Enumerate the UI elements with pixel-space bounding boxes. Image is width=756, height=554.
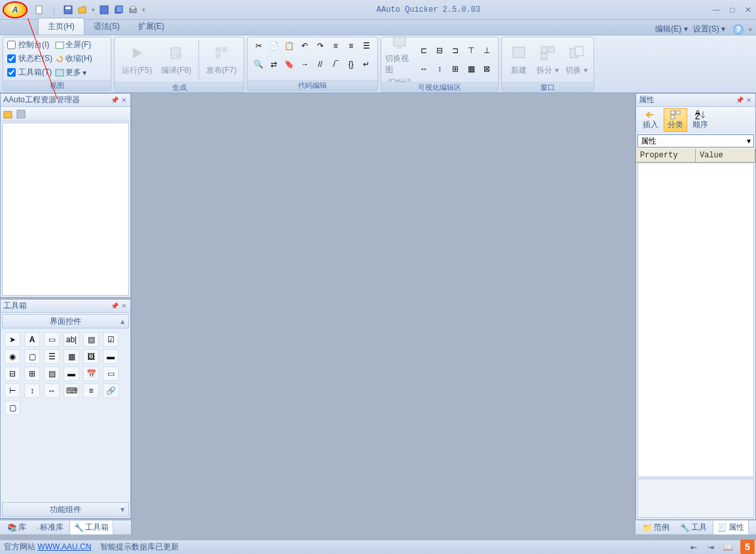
cut-icon[interactable]: ✂: [252, 39, 266, 53]
toolbar-tool[interactable]: ▤: [44, 366, 60, 381]
toolbox-category-ui[interactable]: 界面控件▴: [2, 314, 129, 328]
toolbox-close-icon[interactable]: ✕: [121, 302, 126, 309]
calendar-tool[interactable]: 📅: [83, 366, 99, 381]
grid-icon[interactable]: ▦: [464, 62, 478, 76]
toolbox-pin-icon[interactable]: 📌: [111, 302, 119, 309]
hotkey-tool[interactable]: ⌨: [64, 384, 79, 398]
align-bottom-icon[interactable]: ⊥: [480, 43, 494, 58]
props-pin-icon[interactable]: 📌: [736, 96, 744, 104]
sidetab-toolbox[interactable]: 🔧工具箱: [69, 520, 113, 535]
tree-tool[interactable]: ⊞: [24, 366, 40, 381]
spin-tool[interactable]: ↕: [24, 384, 40, 398]
progress-tool[interactable]: ▬: [103, 349, 119, 364]
new-window-button[interactable]: 新建: [506, 39, 532, 81]
replace-icon[interactable]: ⇄: [267, 57, 282, 71]
status-nav-fwd-icon[interactable]: ⇥: [704, 540, 718, 555]
link-tool[interactable]: 🔗: [103, 384, 119, 398]
new-file-icon[interactable]: [34, 5, 45, 15]
props-object-dropdown[interactable]: 属性▾: [637, 134, 754, 148]
radio-tool[interactable]: ◉: [5, 349, 20, 364]
sidetab-example[interactable]: 📁范例: [638, 520, 674, 535]
status-nav-back-icon[interactable]: ⇤: [687, 540, 701, 555]
toolbox-category-func[interactable]: 功能组件▾: [2, 502, 129, 517]
minimize-button[interactable]: —: [711, 5, 722, 15]
sidetab-lib[interactable]: 📚库: [3, 520, 31, 535]
uncomment-icon[interactable]: /‾: [329, 57, 343, 71]
split-window-button[interactable]: 拆分 ▾: [535, 39, 561, 81]
picture-tool[interactable]: 🖼: [83, 349, 99, 364]
checkbox-tool[interactable]: ☑: [103, 332, 119, 347]
groupbox-tool[interactable]: ▢: [24, 349, 40, 364]
editor-area[interactable]: [131, 93, 635, 534]
sidetab-stdlib[interactable]: ·标准库: [32, 520, 68, 535]
align-right-icon[interactable]: ⊐: [448, 43, 463, 58]
edit-menu[interactable]: 编辑(E) ▾: [655, 24, 687, 35]
sidetab-props[interactable]: 🧾属性: [713, 520, 749, 535]
listbox-tool[interactable]: ☰: [44, 349, 60, 364]
props-category-button[interactable]: 分类: [664, 108, 687, 132]
switch-window-button[interactable]: 切换 ▾: [563, 39, 590, 81]
print-icon[interactable]: [128, 5, 138, 15]
app-menu-button[interactable]: A: [3, 1, 28, 18]
status-book-icon[interactable]: 📖: [721, 540, 735, 555]
panel-close-icon[interactable]: ✕: [121, 96, 126, 104]
align-center-icon[interactable]: ⊟: [432, 43, 447, 58]
comment-icon[interactable]: //: [313, 57, 328, 71]
props-sort-button[interactable]: AZ 顺序: [689, 108, 712, 132]
bookmark-icon[interactable]: 🔖: [282, 57, 297, 71]
wrap-icon[interactable]: ↵: [360, 57, 374, 71]
maximize-button[interactable]: □: [727, 5, 738, 15]
export-icon[interactable]: [113, 5, 124, 15]
indent-right-icon[interactable]: ≡: [344, 39, 358, 53]
list-icon[interactable]: ☰: [360, 39, 374, 53]
richedit-tool[interactable]: ≡: [83, 384, 99, 398]
copy-icon[interactable]: 📄: [267, 39, 282, 53]
same-height-icon[interactable]: ↕: [432, 62, 447, 76]
save-project-icon[interactable]: [16, 109, 26, 119]
panel-tool[interactable]: ▢: [5, 401, 20, 415]
switch-view-button[interactable]: 切换视图(Ctrl+U): [385, 39, 414, 81]
close-button[interactable]: ✕: [743, 5, 753, 15]
props-col-value[interactable]: Value: [696, 149, 755, 162]
goto-icon[interactable]: →: [298, 57, 312, 71]
same-size-icon[interactable]: ⊞: [448, 62, 463, 76]
indent-left-icon[interactable]: ≡: [329, 39, 343, 53]
statusbar-checkbox[interactable]: 状态栏(S): [7, 52, 52, 65]
tab-syntax[interactable]: 语法(S): [85, 18, 129, 35]
tab-tool[interactable]: ⊟: [5, 366, 20, 381]
redo-icon[interactable]: ↷: [313, 39, 328, 53]
sidetab-tools[interactable]: 🔧工具: [675, 520, 711, 535]
same-width-icon[interactable]: ↔: [417, 62, 431, 76]
combo-tool[interactable]: ▤: [83, 332, 99, 347]
console-checkbox[interactable]: 控制台(I): [7, 39, 52, 51]
fullscreen-button[interactable]: 全屏(F): [55, 39, 92, 51]
publish-button[interactable]: 发布(F7): [203, 39, 240, 81]
collapse-button[interactable]: 收缩(H): [55, 52, 92, 65]
listview-tool[interactable]: ▦: [64, 349, 79, 364]
label-tool[interactable]: A: [24, 332, 40, 347]
snap-icon[interactable]: ⊠: [480, 62, 494, 76]
props-col-property[interactable]: Property: [636, 149, 696, 162]
toolbox-checkbox[interactable]: 工具箱(T): [7, 66, 52, 79]
align-top-icon[interactable]: ⊤: [464, 43, 478, 58]
more-button[interactable]: 更多 ▾: [55, 66, 92, 79]
explorer-tree[interactable]: [2, 123, 129, 296]
compile-button[interactable]: 编译(F8): [158, 39, 195, 81]
run-button[interactable]: 运行(F5): [119, 39, 155, 81]
props-insert-button[interactable]: 插入: [639, 108, 662, 132]
floppy-icon[interactable]: [99, 5, 109, 15]
format-icon[interactable]: {}: [344, 57, 358, 71]
props-close-icon[interactable]: ✕: [746, 96, 751, 104]
statusbar-tool[interactable]: ▬: [64, 366, 79, 381]
status-link[interactable]: 官方网站 WWW.AAU.CN: [4, 542, 91, 553]
dropdown-arrow-icon[interactable]: ▾: [92, 7, 95, 13]
slider-tool[interactable]: ⊢: [5, 384, 20, 398]
date-tool[interactable]: ▭: [103, 366, 119, 381]
pin-icon[interactable]: 📌: [111, 96, 119, 104]
textbox-tool[interactable]: ab|: [64, 332, 79, 347]
props-grid[interactable]: [637, 163, 754, 477]
help-icon[interactable]: ?: [733, 24, 744, 35]
tab-home[interactable]: 主页(H): [38, 18, 85, 35]
find-icon[interactable]: 🔍: [252, 57, 266, 71]
new-project-icon[interactable]: [3, 109, 12, 119]
